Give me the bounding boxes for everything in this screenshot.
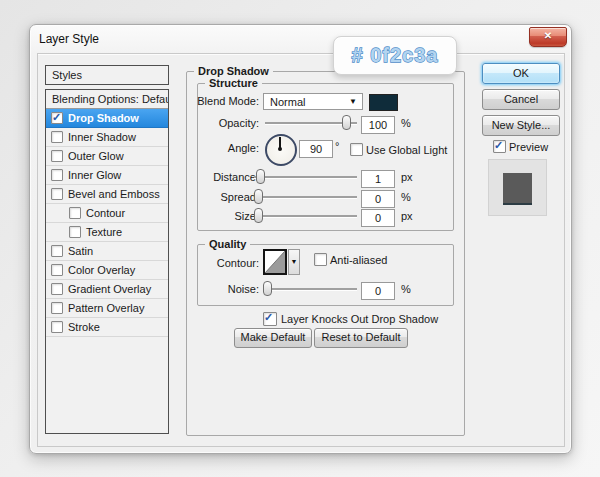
contour-shape <box>265 251 285 273</box>
style-enable-checkbox[interactable] <box>51 131 63 143</box>
distance-value[interactable]: 1 <box>361 170 395 188</box>
style-enable-checkbox[interactable] <box>51 245 63 257</box>
ok-button[interactable]: OK <box>482 63 560 84</box>
style-list-item-satin[interactable]: Satin <box>46 242 168 261</box>
style-list-item-blending-options-default[interactable]: Blending Options: Default <box>46 90 168 109</box>
style-item-label: Gradient Overlay <box>68 280 151 298</box>
style-item-label: Satin <box>68 242 93 260</box>
use-global-light-label: Use Global Light <box>366 144 447 156</box>
size-label: Size: <box>187 210 259 222</box>
chevron-down-icon: ▼ <box>349 94 357 110</box>
contour-thumbnail[interactable] <box>263 249 287 275</box>
style-list-item-drop-shadow[interactable]: Drop Shadow <box>46 109 168 128</box>
shadow-color-swatch[interactable] <box>369 94 398 111</box>
style-item-label: Texture <box>86 223 122 241</box>
style-list-item-outer-glow[interactable]: Outer Glow <box>46 147 168 166</box>
style-list-item-gradient-overlay[interactable]: Gradient Overlay <box>46 280 168 299</box>
noise-slider[interactable] <box>263 288 357 290</box>
style-list-item-texture[interactable]: Texture <box>46 223 168 242</box>
style-enable-checkbox[interactable] <box>69 207 81 219</box>
preview-swatch-panel <box>488 159 547 216</box>
use-global-light-checkbox[interactable] <box>350 143 363 156</box>
noise-value[interactable]: 0 <box>361 282 395 300</box>
style-list-item-stroke[interactable]: Stroke <box>46 318 168 337</box>
blend-mode-label: Blend Mode: <box>187 95 259 107</box>
size-slider[interactable] <box>254 215 357 217</box>
quality-legend: Quality <box>205 238 250 250</box>
preview-layer-square <box>503 173 532 205</box>
spread-unit: % <box>401 191 411 203</box>
spread-value[interactable]: 0 <box>361 190 395 208</box>
style-item-label: Pattern Overlay <box>68 299 144 317</box>
style-item-label: Outer Glow <box>68 147 124 165</box>
style-enable-checkbox[interactable] <box>51 264 63 276</box>
anti-aliased-label: Anti-aliased <box>330 254 387 266</box>
style-item-label: Drop Shadow <box>68 109 139 127</box>
angle-label: Angle: <box>187 142 259 154</box>
cancel-button[interactable]: Cancel <box>482 89 560 110</box>
spread-slider-thumb[interactable] <box>254 189 263 204</box>
style-item-label: Inner Shadow <box>68 128 136 146</box>
noise-slider-thumb[interactable] <box>263 281 272 296</box>
style-list-item-inner-glow[interactable]: Inner Glow <box>46 166 168 185</box>
opacity-label: Opacity: <box>187 117 259 129</box>
spread-slider[interactable] <box>254 196 357 198</box>
style-enable-checkbox[interactable] <box>51 321 63 333</box>
angle-value[interactable]: 90 <box>299 140 333 158</box>
close-icon: ✕ <box>544 30 552 41</box>
opacity-slider[interactable] <box>265 122 357 124</box>
noise-label: Noise: <box>187 283 259 295</box>
blend-mode-value: Normal <box>270 96 305 108</box>
opacity-unit: % <box>401 117 411 129</box>
chevron-down-icon: ▼ <box>291 258 298 265</box>
distance-slider[interactable] <box>254 176 357 178</box>
style-list-item-contour[interactable]: Contour <box>46 204 168 223</box>
styles-header: Styles <box>45 65 169 85</box>
distance-unit: px <box>401 171 413 183</box>
close-button[interactable]: ✕ <box>529 27 567 47</box>
opacity-value[interactable]: 100 <box>361 116 395 134</box>
style-list-item-pattern-overlay[interactable]: Pattern Overlay <box>46 299 168 318</box>
style-enable-checkbox[interactable] <box>69 226 81 238</box>
style-list-item-bevel-and-emboss[interactable]: Bevel and Emboss <box>46 185 168 204</box>
color-callout: # 0f2c3a <box>333 36 457 75</box>
layer-knocks-out-checkbox[interactable] <box>263 312 277 326</box>
contour-dropdown-arrow[interactable]: ▼ <box>288 249 300 275</box>
preview-label: Preview <box>509 141 548 153</box>
style-item-label: Bevel and Emboss <box>68 185 160 203</box>
style-enable-checkbox[interactable] <box>51 302 63 314</box>
drop-shadow-legend: Drop Shadow <box>194 65 273 77</box>
angle-unit: ° <box>335 140 339 152</box>
style-item-label: Color Overlay <box>68 261 135 279</box>
spread-label: Spread: <box>187 191 259 203</box>
style-item-label: Stroke <box>68 318 100 336</box>
distance-slider-thumb[interactable] <box>256 169 265 184</box>
style-enable-checkbox[interactable] <box>51 188 63 200</box>
structure-legend: Structure <box>205 77 262 89</box>
opacity-slider-thumb[interactable] <box>342 115 351 130</box>
layer-style-dialog: Layer Style ✕ Styles Blending Options: D… <box>29 24 572 454</box>
reset-to-default-button[interactable]: Reset to Default <box>314 328 408 348</box>
contour-label: Contour: <box>187 257 259 269</box>
size-unit: px <box>401 210 413 222</box>
style-enable-checkbox[interactable] <box>51 283 63 295</box>
window-title: Layer Style <box>39 32 99 46</box>
angle-dial[interactable] <box>265 134 297 166</box>
style-item-label: Blending Options: Default <box>52 90 169 108</box>
make-default-button[interactable]: Make Default <box>234 328 312 348</box>
new-style-button[interactable]: New Style... <box>482 115 560 136</box>
size-value[interactable]: 0 <box>361 209 395 227</box>
styles-list: Blending Options: DefaultDrop ShadowInne… <box>45 89 169 434</box>
style-enable-checkbox[interactable] <box>51 112 63 124</box>
anti-aliased-checkbox[interactable] <box>314 253 327 266</box>
size-slider-thumb[interactable] <box>254 208 263 223</box>
style-enable-checkbox[interactable] <box>51 150 63 162</box>
color-callout-text: # 0f2c3a <box>352 44 439 66</box>
blend-mode-dropdown[interactable]: Normal ▼ <box>263 93 363 110</box>
style-enable-checkbox[interactable] <box>51 169 63 181</box>
noise-unit: % <box>401 283 411 295</box>
style-item-label: Contour <box>86 204 125 222</box>
preview-checkbox[interactable] <box>493 140 506 153</box>
style-list-item-color-overlay[interactable]: Color Overlay <box>46 261 168 280</box>
style-list-item-inner-shadow[interactable]: Inner Shadow <box>46 128 168 147</box>
